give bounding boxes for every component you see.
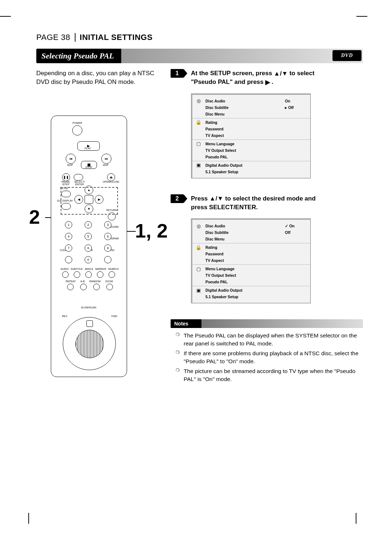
notes-list: The Pseudo PAL can be displayed when the… [171, 332, 363, 384]
num-7: 7 [65, 244, 72, 252]
section-title: INITIAL SETTINGS [80, 33, 153, 42]
slow-label: SLOW/SCAN [81, 306, 96, 309]
num-1: 1 [65, 221, 72, 228]
page-header: PAGE 38 INITIAL SETTINGS [36, 33, 363, 42]
num-3: 3 [104, 221, 111, 228]
step-1-badge: 1 [171, 69, 184, 78]
ab-btn [80, 284, 87, 290]
remote-diagram: 2 1, 2 POWER ▶ PLAY ⏮ SKIP ⏭ SKIP [51, 116, 167, 377]
step1-a: At the SETUP screen, press [191, 70, 274, 77]
rev-label: REV [62, 315, 67, 317]
num-0: 0 [85, 256, 92, 263]
osd-panel-1: ◎Disc AudioOn Disc Subtitle▸ Off Disc Me… [191, 93, 311, 178]
disc-icon: ◎ [192, 223, 205, 229]
title-text: Selecting Pseudo PAL [41, 51, 114, 61]
play-label: PLAY [85, 147, 91, 150]
crop-mark [0, 16, 11, 17]
jog-inner [75, 330, 104, 358]
lock-icon: 🔒 [192, 119, 205, 125]
skip-r-label: SKIP [103, 164, 109, 166]
crop-mark [356, 513, 356, 524]
num-4: 4 [65, 233, 72, 240]
header-divider [75, 33, 75, 42]
step1-d: . [271, 78, 273, 85]
highlight-box [61, 187, 118, 215]
power-label: POWER [70, 122, 85, 124]
title-bar: Selecting Pseudo PAL DVD [36, 49, 363, 63]
num-5: 5 [85, 233, 92, 240]
page-number: PAGE 38 [36, 33, 70, 42]
skip-l-label: SKIP [67, 164, 73, 166]
step1-c: "Pseudo PAL" and press [191, 78, 265, 85]
disc-icon: ◎ [192, 98, 205, 104]
num-9: 9 [104, 244, 111, 252]
callout-2: 2 [29, 206, 40, 228]
skip-back-btn: ⏮ [66, 154, 76, 164]
note-item: The picture can be streamed according to… [176, 367, 363, 384]
select-label: SELECT/ ENTER [72, 181, 87, 186]
step-2: 2 Press ▲/▼ to select the desired mode a… [171, 194, 363, 212]
stop-label: STOP [85, 166, 92, 169]
step2-c: press SELECT/ENTER. [191, 204, 258, 211]
note-item: The Pseudo PAL can be displayed when the… [176, 332, 363, 348]
search-btn [109, 271, 115, 278]
tv-icon: ▢ [192, 266, 205, 272]
menu-btn [104, 256, 111, 263]
pause-label: PAUSE /STEP [59, 181, 72, 186]
pause-btn: ❚❚ [62, 173, 70, 181]
power-btn [72, 125, 82, 135]
num-8: 8 [85, 244, 92, 252]
repeat-btn [67, 284, 74, 290]
notes-heading: Notes [171, 319, 363, 328]
jog-hub [86, 320, 93, 327]
open-close-btn: ⏏ [107, 173, 115, 181]
random-btn [93, 284, 100, 290]
step2-b: to select the desired mode and [225, 195, 315, 202]
up-down-icon: ▲/▼ [209, 194, 223, 203]
callout-12: 1, 2 [135, 219, 168, 242]
open-label: OPEN/CLOSE [102, 181, 120, 183]
lock-icon: 🔒 [192, 245, 205, 250]
step-2-badge: 2 [171, 194, 184, 203]
crop-mark [28, 513, 29, 524]
jog-wheel [63, 317, 116, 370]
up-down-icon: ▲/▼ [274, 69, 287, 78]
angle-btn [85, 271, 92, 278]
marker-btn [97, 271, 103, 278]
crop-mark [356, 16, 367, 17]
num-2: 2 [85, 221, 92, 228]
zoom-btn [106, 284, 113, 290]
num-6: 6 [104, 233, 111, 240]
speaker-icon: ▣ [192, 288, 205, 293]
step-1: 1 At the SETUP screen, press ▲/▼ to sele… [171, 69, 363, 87]
clear-btn [65, 256, 72, 263]
select-enter-btn [74, 174, 83, 181]
skip-fwd-btn: ⏭ [101, 154, 111, 164]
step1-b: to select [289, 70, 314, 77]
osd-panel-2: ◎Disc Audio✓ On Disc SubtitleOff Disc Me… [191, 218, 311, 303]
speaker-icon: ▣ [192, 162, 205, 168]
fwd-label: FWD [111, 315, 117, 317]
note-item: If there are some problems during playba… [176, 349, 363, 366]
step2-a: Press [191, 195, 209, 202]
dvd-badge: DVD [332, 50, 362, 61]
right-icon: ▶ [265, 78, 270, 87]
audio-btn [62, 271, 69, 278]
intro-text: Depending on a disc, you can play a NTSC… [36, 69, 167, 86]
subtitle-btn [74, 271, 80, 278]
tv-icon: ▢ [192, 141, 205, 146]
